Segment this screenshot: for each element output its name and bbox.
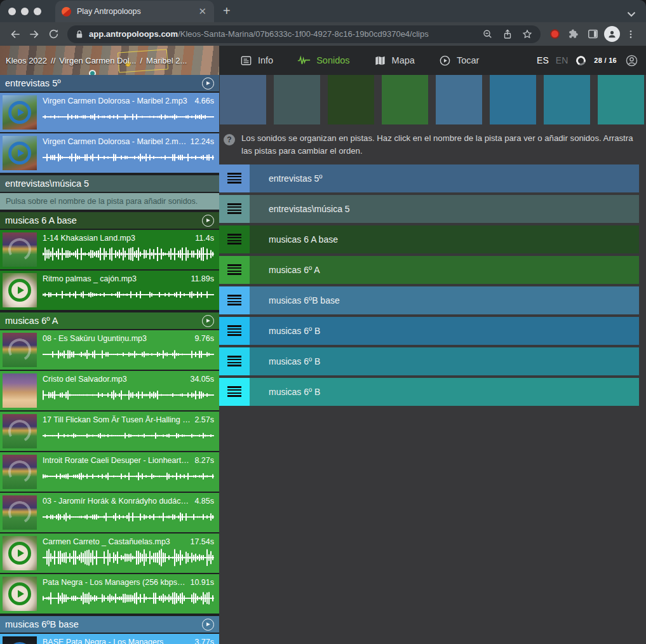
- audio-clip[interactable]: BASE Pata Negra - Los Managers3.77s: [0, 634, 219, 644]
- track-row[interactable]: musicas 6º B: [219, 347, 639, 375]
- audio-clip[interactable]: 08 - Es Sakūru Uguntiņu.mp39.76s: [0, 330, 219, 370]
- window-minimize-button[interactable]: [21, 8, 29, 15]
- extensions-icon[interactable]: [565, 25, 582, 43]
- track-color-block[interactable]: [490, 75, 536, 124]
- section-play-button[interactable]: [202, 77, 214, 90]
- track-drag-handle[interactable]: [219, 317, 250, 345]
- profile-avatar[interactable]: [603, 25, 621, 43]
- zoom-icon[interactable]: [482, 29, 494, 40]
- clip-play-button-icon[interactable]: [8, 142, 31, 164]
- track-drag-handle[interactable]: [219, 286, 250, 314]
- track-row[interactable]: musicas 6º B: [219, 378, 639, 406]
- track-drag-handle[interactable]: [219, 347, 250, 375]
- audio-clip[interactable]: Introit Rorate Caeli Desuper - Lionheart…: [0, 452, 219, 492]
- clip-thumbnail[interactable]: [3, 373, 37, 408]
- audio-clip[interactable]: 17 Till Flickan Som Är Tusen År-Halling …: [0, 412, 219, 451]
- clip-play-button-icon[interactable]: [8, 582, 31, 605]
- track-color-block[interactable]: [220, 75, 266, 124]
- nav-tab-info[interactable]: Info: [228, 46, 285, 75]
- clip-thumbnail[interactable]: [3, 455, 37, 489]
- back-button[interactable]: [6, 25, 24, 43]
- clip-thumbnail[interactable]: [3, 536, 37, 570]
- track-color-block[interactable]: [436, 75, 482, 124]
- track-drag-handle[interactable]: [219, 378, 250, 406]
- audio-clip[interactable]: Carmen Carreto _ Castañuelas.mp317.54s: [0, 533, 219, 573]
- track-row-body[interactable]: musicas 6ºB base: [250, 286, 639, 314]
- breadcrumb-item[interactable]: Maribel 2...: [146, 56, 187, 65]
- browser-menu-icon[interactable]: [622, 25, 640, 43]
- forward-button[interactable]: [25, 25, 43, 43]
- window-zoom-button[interactable]: [34, 8, 41, 15]
- track-row[interactable]: musicas 6ºB base: [219, 286, 639, 314]
- reload-button[interactable]: [44, 25, 62, 43]
- track-row-body[interactable]: musicas 6 A base: [250, 225, 639, 253]
- breadcrumb-group[interactable]: Virgen Carmen Dol...: [59, 56, 136, 65]
- track-row-body[interactable]: musicas 6º B: [250, 317, 639, 345]
- audio-clip[interactable]: 03 - Jaromír Horák & Konrádyho dudácká .…: [0, 493, 219, 532]
- language-en[interactable]: EN: [556, 55, 568, 65]
- clip-thumbnail[interactable]: [3, 232, 37, 267]
- track-drag-handle[interactable]: [219, 256, 250, 284]
- audio-clip[interactable]: Pata Negra - Los Managers (256 kbps).mp3…: [0, 574, 219, 614]
- clip-play-button-icon[interactable]: [8, 101, 31, 124]
- track-drag-handle[interactable]: [219, 164, 250, 192]
- share-icon[interactable]: [502, 29, 513, 40]
- clip-play-button-icon[interactable]: [8, 542, 31, 565]
- clip-thumbnail[interactable]: [3, 577, 37, 611]
- track-section-header[interactable]: musicas 6 A base: [0, 212, 219, 229]
- new-tab-button[interactable]: +: [223, 4, 231, 18]
- track-row[interactable]: musicas 6º A: [219, 256, 639, 284]
- track-row[interactable]: musicas 6º B: [219, 317, 639, 345]
- track-color-block[interactable]: [328, 75, 374, 124]
- clip-play-button-icon[interactable]: [8, 279, 31, 302]
- section-play-button[interactable]: [202, 215, 214, 227]
- clip-thumbnail[interactable]: [3, 636, 37, 644]
- track-color-block[interactable]: [382, 75, 428, 124]
- clip-thumbnail[interactable]: [3, 414, 37, 448]
- track-row[interactable]: entrevistas\música 5: [219, 195, 639, 223]
- track-row-body[interactable]: musicas 6º B: [250, 347, 639, 375]
- account-icon[interactable]: [625, 54, 638, 67]
- window-close-button[interactable]: [8, 8, 16, 15]
- audio-clip[interactable]: Cristo del Salvador.mp334.05s: [0, 371, 219, 410]
- tab-close-icon[interactable]: ✕: [197, 6, 208, 17]
- breadcrumb-project[interactable]: Kleos 2022: [6, 56, 47, 65]
- clip-thumbnail[interactable]: [3, 333, 37, 367]
- language-es[interactable]: ES: [537, 55, 549, 65]
- audio-clip[interactable]: Virgen Carmen Dolorosa - Maribel 2.mp312…: [0, 133, 219, 173]
- track-row[interactable]: musicas 6 A base: [219, 225, 639, 253]
- record-extension-icon[interactable]: [546, 25, 563, 43]
- browser-tab[interactable]: Play Antropoloops ✕: [55, 1, 214, 22]
- breadcrumb[interactable]: Kleos 2022 // Virgen Carmen Dol... / Mar…: [0, 46, 219, 75]
- track-color-block[interactable]: [598, 75, 644, 124]
- address-bar[interactable]: app.antropoloops.com/Kleos-Santa-Marina/…: [67, 25, 541, 43]
- track-color-block[interactable]: [544, 75, 590, 124]
- track-row[interactable]: entrevistas 5º: [219, 164, 639, 192]
- audio-clip[interactable]: Ritmo palmas _ cajón.mp311.89s: [0, 271, 219, 310]
- nav-tab-sonidos[interactable]: Sonidos: [285, 46, 361, 75]
- clip-thumbnail[interactable]: [3, 495, 37, 530]
- track-color-block[interactable]: [274, 75, 320, 124]
- track-row-body[interactable]: musicas 6º B: [250, 378, 639, 406]
- clip-thumbnail[interactable]: [3, 273, 37, 307]
- section-play-button[interactable]: [202, 315, 214, 327]
- track-section-header[interactable]: musicas 6ºB base: [0, 616, 219, 633]
- track-section-header[interactable]: entrevistas\música 5: [0, 175, 219, 192]
- audio-clip[interactable]: Virgen Carmen Dolorosa - Maribel 2.mp34.…: [0, 93, 219, 132]
- audio-clip[interactable]: 1-14 Khakasian Land.mp311.4s: [0, 230, 219, 269]
- track-drag-handle[interactable]: [219, 225, 250, 253]
- track-row-body[interactable]: entrevistas 5º: [250, 164, 639, 192]
- side-panel-icon[interactable]: [584, 25, 602, 43]
- track-drag-handle[interactable]: [219, 195, 250, 223]
- nav-tab-mapa[interactable]: Mapa: [362, 46, 427, 75]
- clip-thumbnail[interactable]: [3, 95, 37, 130]
- track-row-body[interactable]: entrevistas\música 5: [250, 195, 639, 223]
- track-section-header[interactable]: musicas 6º A: [0, 312, 219, 329]
- section-play-button[interactable]: [202, 619, 214, 631]
- track-section-header[interactable]: entrevistas 5º: [0, 75, 219, 91]
- clip-thumbnail[interactable]: [3, 136, 37, 170]
- bookmark-star-icon[interactable]: [522, 29, 533, 40]
- tab-search-chevron-icon[interactable]: [627, 11, 636, 17]
- track-row-body[interactable]: musicas 6º A: [250, 256, 639, 284]
- nav-tab-tocar[interactable]: Tocar: [427, 46, 491, 75]
